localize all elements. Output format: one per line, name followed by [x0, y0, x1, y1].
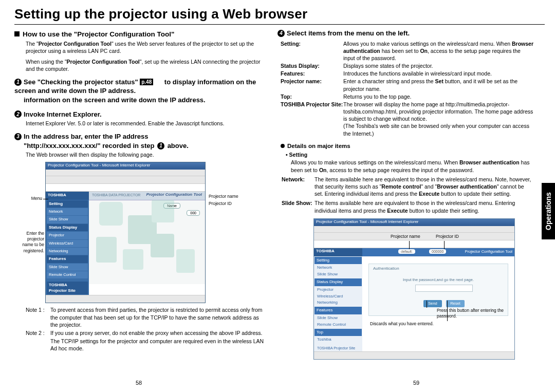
section-how-to: How to use the "Projector Configuration … — [14, 30, 266, 39]
s2-network: Network — [314, 265, 362, 271]
menu-toshiba-site: TOSHIBA Projector Site — [47, 282, 88, 295]
step-3: 3In the address bar, enter the IP addres… — [14, 132, 266, 150]
s2-remote: Remote Control — [314, 322, 362, 328]
menu-slideshow: Slide Show — [47, 216, 88, 223]
def-features: Features: Introduces the functions avail… — [281, 70, 533, 77]
s2-projector: Projector — [314, 287, 362, 293]
side-tab-operations: Operations — [542, 183, 555, 239]
top2-id-chip: 000000 — [429, 249, 446, 254]
step-4-icon: 4 — [278, 30, 285, 37]
window-addressbar — [46, 184, 205, 192]
detail-slideshow: Slide Show: The items available here are… — [282, 199, 533, 214]
right-column: 4Select items from the menu on the left.… — [278, 28, 533, 360]
title-rule — [14, 24, 545, 25]
menu-networking: Networking — [47, 248, 88, 255]
menu-projector: Projector — [47, 232, 88, 239]
menu-slideshow-f: Slide Show — [47, 264, 88, 271]
step-3-para: The Web browser will then display the fo… — [26, 151, 266, 158]
callout-enter-name: Enter the projector name to be registere… — [15, 231, 44, 254]
callout-projector-id: Projector ID — [209, 201, 232, 207]
s2-slideshow: Slide Show — [314, 271, 362, 278]
top2-name-chip: default: — [398, 249, 415, 254]
bullet-setting: • Setting — [286, 151, 533, 158]
reset-button[interactable]: Reset — [446, 300, 465, 307]
s2-setting: Setting — [314, 257, 362, 265]
s2-networking: Networking — [314, 300, 362, 306]
window2-statusbar — [314, 351, 514, 359]
window-titlebar: Projector Configuration Tool - Microsoft… — [46, 162, 205, 170]
note-2b: The TCP/IP settings for the projector an… — [26, 338, 266, 352]
page-title: Setting up the projector using a Web bro… — [14, 6, 545, 22]
left-column: How to use the "Projector Configuration … — [14, 28, 266, 360]
page-num-left: 58 — [0, 380, 278, 386]
note-1: Note 1 : To prevent access from third pa… — [26, 306, 266, 328]
logo2-toshiba: TOSHIBA — [314, 248, 362, 256]
sidebar-menu: TOSHIBA Setting Network Slide Show Statu… — [46, 192, 89, 295]
step-2-para: Internet Explorer Ver. 5.0 or later is r… — [26, 120, 266, 127]
s2-features: Features — [314, 307, 362, 314]
s2-slideshow-f: Slide Show — [314, 315, 362, 322]
window-menubar — [46, 170, 205, 176]
square-bullet-icon — [14, 31, 20, 36]
bullet-setting-body: Allows you to make various settings on t… — [291, 159, 533, 173]
auth-title: Authentication — [373, 266, 399, 272]
def-top: Top: Returns you to the top page. — [281, 93, 533, 100]
menu-status-display: Status Display — [47, 224, 88, 232]
ann-press-button: Press this button after entering the pas… — [437, 308, 514, 320]
page-numbers: 58 59 — [0, 380, 555, 386]
tool-title: Projector Configuration Tool — [146, 192, 202, 198]
step-1: 1See "Checking the projector status" p.4… — [14, 78, 266, 105]
step-3-icon: 3 — [14, 133, 22, 140]
ann-projector-name: Projector name — [391, 234, 420, 239]
step-1-icon: 1 — [14, 79, 22, 86]
callout-projector-name: Projector name — [209, 194, 238, 199]
logo-toshiba: TOSHIBA — [46, 192, 89, 200]
details-heading: Details on major items — [281, 142, 533, 151]
window2-addressbar — [314, 240, 514, 248]
step-4: 4Select items from the menu on the left. — [278, 29, 533, 38]
sidebar2: TOSHIBA Setting Network Slide Show Statu… — [314, 248, 362, 351]
screenshot-2: Projector Configuration Tool - Microsoft… — [313, 218, 514, 360]
page-ref-48: p.48 — [140, 79, 153, 86]
menu-network: Network — [47, 208, 88, 215]
def-setting: Setting: Allows you to make various sett… — [281, 40, 533, 62]
def-projector-name: Projector name: Enter a character string… — [281, 78, 533, 92]
window-toolbar — [46, 176, 205, 184]
dot-bullet-icon — [281, 144, 285, 148]
intro-para-2: When using the "Projector Configuration … — [26, 58, 266, 72]
auth-msg: Input the password,and go the next page. — [369, 277, 508, 283]
menu-wireless-card: Wireless/Card — [47, 240, 88, 247]
intro-para-1: The "Projector Configuration Tool" uses … — [26, 40, 266, 54]
def-toshiba-site: TOSHIBA Projector Site: The browser will… — [281, 101, 533, 137]
s2-toshiba: Toshiba — [314, 337, 362, 343]
step-2: 2Invoke Internet Explorer. — [14, 110, 266, 119]
s2-status-display: Status Display — [314, 278, 362, 286]
detail-network: Network: The items available here are eq… — [282, 176, 533, 198]
window-statusbar — [46, 295, 205, 303]
def-status-display: Status Display: Displays some states of … — [281, 62, 533, 69]
screenshot-1: Menu Enter the projector name to be regi… — [45, 162, 266, 304]
s2-wireless-card: Wireless/Card — [314, 293, 362, 300]
menu-remote: Remote Control — [47, 271, 88, 278]
page-num-right: 59 — [278, 380, 555, 386]
top2-pct-label: Projector Configuration Tool — [465, 249, 512, 254]
ann-projector-id: Projector ID — [436, 234, 459, 239]
callout-menu: Menu — [15, 196, 42, 201]
s2-top: Top — [314, 329, 362, 337]
bg-icons — [89, 200, 205, 284]
ann-discard: Discards what you have entered. — [370, 321, 462, 327]
window2-titlebar: Projector Configuration Tool - Microsoft… — [314, 219, 514, 226]
note-2: Note 2 : If you use a proxy server, do n… — [26, 329, 266, 337]
s2-footer: TOSHIBA Projector Site — [314, 345, 362, 351]
window2-menubar — [314, 226, 514, 233]
step-2-icon: 2 — [14, 110, 22, 118]
step-ref-1-icon: 1 — [157, 142, 164, 150]
menu-features: Features — [47, 255, 88, 263]
brand-label: TOSHIBA DATA PROJECTOR — [92, 193, 140, 197]
password-input[interactable] — [415, 285, 473, 292]
menu-setting: Setting — [47, 200, 88, 208]
